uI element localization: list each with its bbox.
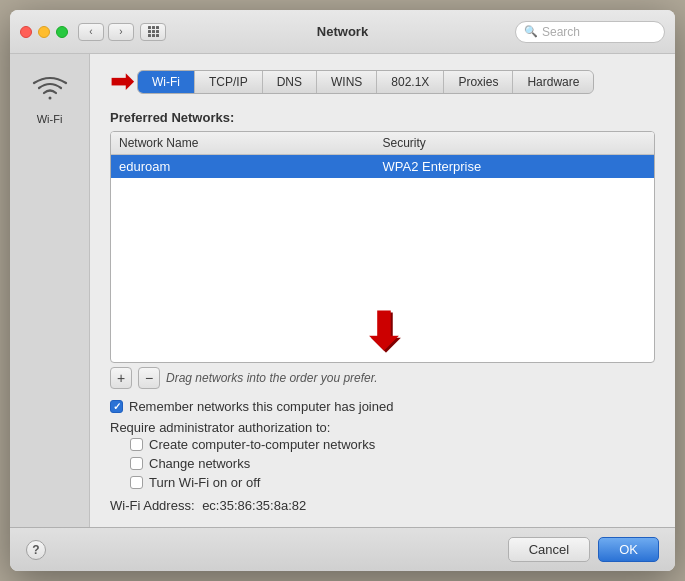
create-networks-label: Create computer-to-computer networks <box>149 437 375 452</box>
tab-hardware[interactable]: Hardware <box>513 71 593 93</box>
create-networks-checkbox[interactable] <box>130 438 143 451</box>
change-networks-checkbox[interactable] <box>130 457 143 470</box>
titlebar: ‹ › Network 🔍 Search <box>10 10 675 54</box>
preferred-networks-label: Preferred Networks: <box>110 110 655 125</box>
table-header: Network Name Security <box>111 132 654 155</box>
bottom-actions: Cancel OK <box>508 537 659 562</box>
tab-8021x[interactable]: 802.1X <box>377 71 444 93</box>
create-networks-row: Create computer-to-computer networks <box>130 437 655 452</box>
down-arrow-overlay: ⬇ <box>111 302 654 362</box>
grid-icon <box>148 26 159 37</box>
remember-networks-label: Remember networks this computer has join… <box>129 399 393 414</box>
maximize-button[interactable] <box>56 26 68 38</box>
wifi-address-label: Wi-Fi Address: <box>110 498 195 513</box>
network-security-cell: WPA2 Enterprise <box>383 159 647 174</box>
remember-networks-checkbox[interactable] <box>110 400 123 413</box>
change-networks-row: Change networks <box>130 456 655 471</box>
sidebar-wifi-label: Wi-Fi <box>37 113 63 125</box>
sidebar-item-wifi[interactable]: Wi-Fi <box>24 70 76 131</box>
add-network-button[interactable]: + <box>110 367 132 389</box>
tab-proxies[interactable]: Proxies <box>444 71 513 93</box>
tab-tcpip[interactable]: TCP/IP <box>195 71 263 93</box>
wifi-address-value: ec:35:86:35:8a:82 <box>202 498 306 513</box>
tab-wifi[interactable]: Wi-Fi <box>138 71 195 93</box>
search-icon: 🔍 <box>524 25 538 38</box>
network-window: ‹ › Network 🔍 Search <box>10 10 675 571</box>
wifi-icon <box>32 76 68 109</box>
down-arrow-icon: ⬇ <box>362 307 404 357</box>
window-title: Network <box>317 24 368 39</box>
sidebar: Wi-Fi <box>10 54 90 527</box>
tab-dns[interactable]: DNS <box>263 71 317 93</box>
tab-wins[interactable]: WINS <box>317 71 377 93</box>
search-placeholder: Search <box>542 25 580 39</box>
turn-wifi-row: Turn Wi-Fi on or off <box>130 475 655 490</box>
change-networks-label: Change networks <box>149 456 250 471</box>
back-button[interactable]: ‹ <box>78 23 104 41</box>
content-area: Wi-Fi ➡ Wi-Fi TCP/IP DNS WINS 802.1X Pro… <box>10 54 675 527</box>
turn-wifi-label: Turn Wi-Fi on or off <box>149 475 260 490</box>
close-button[interactable] <box>20 26 32 38</box>
remember-networks-row: Remember networks this computer has join… <box>110 399 655 414</box>
network-name-cell: eduroam <box>119 159 383 174</box>
arrow-indicator: ➡ <box>110 68 133 96</box>
col-header-security: Security <box>383 136 647 150</box>
nav-buttons: ‹ › <box>78 23 134 41</box>
tabs-container: ➡ Wi-Fi TCP/IP DNS WINS 802.1X Proxies H… <box>110 68 655 96</box>
table-row[interactable]: eduroam WPA2 Enterprise <box>111 155 654 178</box>
cancel-button[interactable]: Cancel <box>508 537 590 562</box>
forward-button[interactable]: › <box>108 23 134 41</box>
grid-menu-button[interactable] <box>140 23 166 41</box>
turn-wifi-checkbox[interactable] <box>130 476 143 489</box>
tabs-bar: Wi-Fi TCP/IP DNS WINS 802.1X Proxies Har… <box>137 70 594 94</box>
search-box[interactable]: 🔍 Search <box>515 21 665 43</box>
options-section: Remember networks this computer has join… <box>110 399 655 513</box>
minimize-button[interactable] <box>38 26 50 38</box>
admin-checkboxes: Create computer-to-computer networks Cha… <box>130 437 655 490</box>
table-body: eduroam WPA2 Enterprise <box>111 155 654 302</box>
wifi-address-row: Wi-Fi Address: ec:35:86:35:8a:82 <box>110 498 655 513</box>
table-controls: + − Drag networks into the order you pre… <box>110 367 655 389</box>
ok-button[interactable]: OK <box>598 537 659 562</box>
networks-table: Network Name Security eduroam WPA2 Enter… <box>110 131 655 363</box>
remove-network-button[interactable]: − <box>138 367 160 389</box>
help-button[interactable]: ? <box>26 540 46 560</box>
bottom-bar: ? Cancel OK <box>10 527 675 571</box>
require-admin-label: Require administrator authorization to: <box>110 420 655 435</box>
traffic-lights <box>20 26 68 38</box>
main-panel: ➡ Wi-Fi TCP/IP DNS WINS 802.1X Proxies H… <box>90 54 675 527</box>
drag-hint: Drag networks into the order you prefer. <box>166 371 378 385</box>
col-header-network: Network Name <box>119 136 383 150</box>
